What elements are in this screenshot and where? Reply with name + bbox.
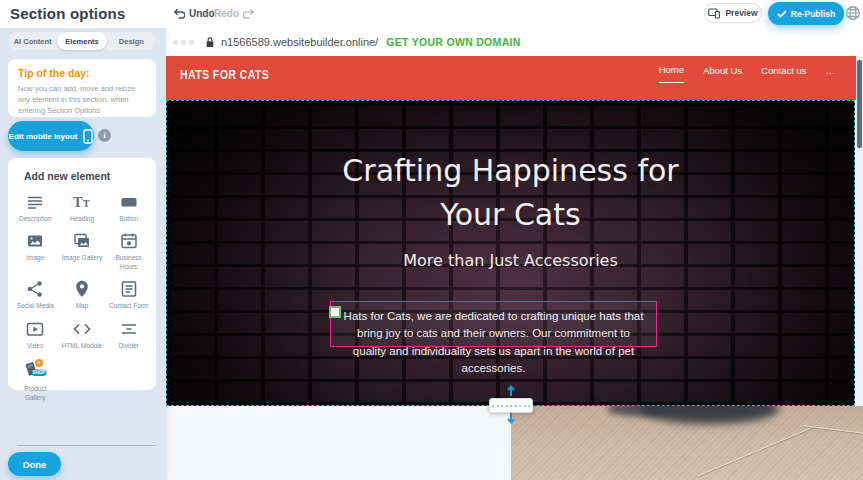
contact-form-icon [119, 279, 139, 299]
divider-icon [119, 319, 139, 339]
map-pin-icon [72, 279, 92, 299]
svg-text:T: T [83, 198, 90, 209]
nav-item-home[interactable]: Home [659, 64, 684, 83]
sidebar: AI Content Elements Design Tip of the da… [0, 28, 166, 480]
element-label: Button [119, 215, 138, 223]
ssl-lock-icon [205, 36, 215, 48]
undo-icon [172, 7, 185, 19]
add-panel-title: Add new element [24, 170, 152, 182]
element-item-html-module[interactable]: HTML Module [59, 317, 106, 352]
element-label: Image [26, 254, 44, 262]
site-url[interactable]: n1566589.websitebuilder.online/ [221, 36, 378, 48]
next-section-image[interactable] [511, 406, 863, 480]
social-media-icon [25, 279, 45, 299]
done-button[interactable]: Done [8, 452, 61, 476]
edit-mobile-layout-button[interactable]: Edit mobile layout [8, 121, 94, 151]
tab-ai-content[interactable]: AI Content [8, 32, 57, 50]
redo-button[interactable]: Redo [214, 7, 256, 19]
devices-icon [708, 8, 721, 19]
check-icon [777, 10, 787, 18]
preview-scrollbar-track [856, 56, 863, 406]
element-label: Description [19, 215, 52, 223]
republish-button[interactable]: Re-Publish [768, 2, 844, 25]
sidebar-tabs: AI Content Elements Design [8, 32, 156, 50]
tip-body: Now you can add, move and resize any ele… [18, 84, 146, 117]
tip-of-the-day-card: Tip of the day: Now you can add, move an… [8, 59, 156, 117]
add-new-element-panel: Add new element Description TT Heading B… [8, 158, 156, 390]
preview-scrollbar-thumb[interactable] [857, 60, 862, 148]
hero-body-text: Hats for Cats, we are dedicated to craft… [344, 310, 644, 374]
element-label: Contact Form [109, 302, 148, 310]
element-item-button[interactable]: Button [105, 190, 152, 225]
hero-subheading[interactable]: More than Just Accessories [403, 251, 618, 270]
language-globe-icon[interactable] [845, 5, 861, 21]
get-domain-link[interactable]: GET YOUR OWN DOMAIN [386, 36, 520, 48]
element-label: Map [76, 302, 89, 310]
element-item-social-media[interactable]: Social Media [12, 277, 59, 312]
sidebar-divider [18, 445, 156, 446]
svg-text:T: T [73, 195, 83, 210]
business-hours-icon [119, 231, 139, 251]
site-logo[interactable]: HATS FOR CATS [180, 67, 269, 82]
nav-item-about-us[interactable]: About Us [703, 65, 742, 83]
republish-label: Re-Publish [791, 9, 835, 19]
element-label: Image Gallery [62, 254, 102, 262]
nav-more-menu-icon[interactable]: … [826, 65, 836, 83]
app-window: Section options Undo Redo Preview Re-Pub… [0, 0, 863, 480]
redo-label: Redo [214, 8, 239, 19]
info-icon[interactable]: i [98, 129, 111, 142]
top-toolbar: Section options Undo Redo Preview Re-Pub… [0, 0, 863, 28]
page-title: Section options [10, 5, 126, 22]
site-header: HATS FOR CATS Home About Us Contact us … [166, 56, 857, 100]
html-module-icon [72, 319, 92, 339]
element-item-video[interactable]: Video [12, 317, 59, 352]
next-section-background[interactable] [166, 406, 511, 480]
undo-label: Undo [189, 8, 215, 19]
window-control-dots [173, 40, 194, 45]
shop-badge-label: SHOP [33, 371, 46, 376]
hero-section[interactable]: Crafting Happiness for Your Cats More th… [166, 100, 855, 406]
tip-title: Tip of the day: [18, 67, 146, 79]
element-item-divider[interactable]: Divider [105, 317, 152, 352]
element-label: Video [27, 342, 44, 350]
description-icon [25, 192, 45, 212]
element-item-contact-form[interactable]: Contact Form [105, 277, 152, 312]
resize-grip-handle[interactable] [489, 398, 533, 413]
video-icon [25, 319, 45, 339]
pavement-joint-line [698, 425, 818, 477]
edit-mobile-label: Edit mobile layout [9, 132, 78, 141]
element-item-product-gallery[interactable]: SHOP Product Gallery [12, 356, 59, 404]
element-drag-handle[interactable] [329, 306, 341, 318]
hero-text-box-selected[interactable]: Hats for Cats, we are dedicated to craft… [330, 301, 657, 347]
element-label: Divider [119, 342, 139, 350]
preview-label: Preview [725, 8, 757, 18]
hero-heading[interactable]: Crafting Happiness for Your Cats [326, 149, 696, 236]
nav-item-contact-us[interactable]: Contact us [761, 65, 806, 83]
site-nav: Home About Us Contact us … [659, 64, 835, 83]
browser-address-bar: n1566589.websitebuilder.online/ GET YOUR… [166, 28, 863, 56]
undo-button[interactable]: Undo [172, 7, 215, 19]
element-item-business-hours[interactable]: Business Hours [105, 229, 152, 273]
pavement-joint-line [803, 425, 863, 435]
tab-elements[interactable]: Elements [57, 32, 106, 50]
product-gallery-icon: SHOP [22, 358, 48, 382]
element-item-image[interactable]: Image [12, 229, 59, 273]
section-resize-widget[interactable] [489, 384, 533, 425]
tab-design[interactable]: Design [107, 32, 156, 50]
element-label: HTML Module [62, 342, 103, 350]
image-gallery-icon [72, 231, 92, 251]
element-item-heading[interactable]: TT Heading [59, 190, 106, 225]
element-grid: Description TT Heading Button Image Imag… [12, 190, 152, 404]
element-item-image-gallery[interactable]: Image Gallery [59, 229, 106, 273]
element-label: Heading [70, 215, 94, 223]
element-item-description[interactable]: Description [12, 190, 59, 225]
button-icon [119, 192, 139, 212]
element-label: Business Hours [107, 254, 151, 271]
element-label: Social Media [17, 302, 54, 310]
preview-button[interactable]: Preview [704, 3, 762, 23]
mobile-phone-icon [83, 129, 93, 144]
image-icon [25, 231, 45, 251]
heading-icon: TT [72, 192, 92, 212]
element-item-map[interactable]: Map [59, 277, 106, 312]
redo-icon [243, 7, 256, 19]
